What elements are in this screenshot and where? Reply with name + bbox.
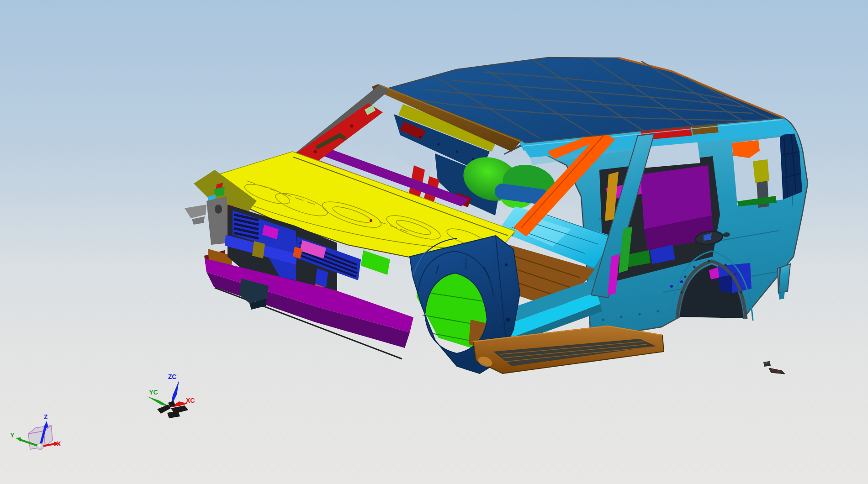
car-model[interactable] bbox=[185, 58, 808, 374]
rear-corner-flap[interactable] bbox=[778, 264, 790, 300]
wcs-triad[interactable]: ZC YC XC bbox=[147, 373, 195, 418]
front-green-patch[interactable] bbox=[361, 250, 390, 275]
absolute-triad[interactable]: Z Y X bbox=[10, 413, 61, 450]
loose-brackets[interactable] bbox=[763, 361, 785, 374]
tow-bracket[interactable] bbox=[185, 205, 206, 218]
plug-dot bbox=[670, 285, 673, 288]
abs-x-label: X bbox=[57, 440, 61, 447]
abs-y-label: Y bbox=[10, 431, 15, 439]
hood-red-dot bbox=[370, 219, 372, 222]
cad-viewport[interactable]: ZC YC XC Z Y X bbox=[0, 0, 868, 484]
abs-z-label: Z bbox=[44, 413, 48, 421]
wcs-y-label: YC bbox=[149, 389, 158, 396]
quarter-window-opening bbox=[732, 137, 783, 208]
quarter-window-plate[interactable] bbox=[753, 159, 769, 183]
origin-sphere[interactable] bbox=[37, 443, 43, 450]
wcs-x-label: XC bbox=[186, 397, 195, 404]
plug-dot bbox=[680, 280, 683, 283]
wcs-z-label: ZC bbox=[168, 373, 177, 380]
